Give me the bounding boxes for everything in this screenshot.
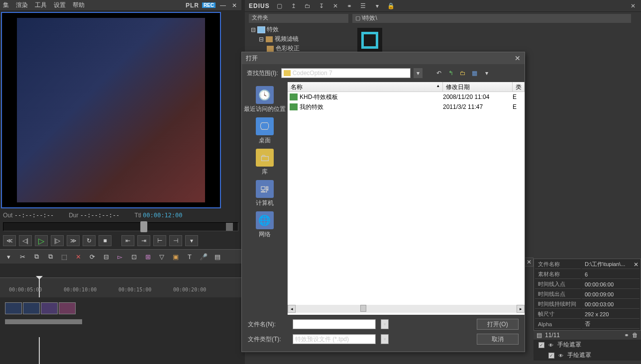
group-icon[interactable]: ▣ — [170, 252, 181, 262]
layer-row[interactable]: ✓ 手绘遮罩 — [534, 350, 641, 361]
filename-input[interactable] — [293, 319, 376, 329]
folder-icon[interactable]: 🗀 — [304, 2, 312, 10]
clip[interactable] — [5, 302, 22, 314]
list-icon[interactable]: ☰ — [359, 2, 367, 10]
more-button[interactable]: ▾ — [185, 235, 198, 246]
copy-icon[interactable]: ⧉ — [31, 252, 42, 262]
marker-icon[interactable]: ▽ — [156, 252, 167, 262]
menu-settings[interactable]: 设置 — [54, 1, 66, 9]
scroll-thumb[interactable] — [360, 305, 366, 312]
filetype-dropdown[interactable]: ▾ — [381, 334, 389, 344]
up-button[interactable]: ↰ — [446, 69, 455, 78]
delete-icon[interactable]: ✕ — [73, 252, 84, 262]
menu-help[interactable]: 帮助 — [73, 1, 85, 9]
file-list-header[interactable]: 名称▴ 修改日期 类 — [288, 82, 525, 92]
step-back-button[interactable]: ◁| — [19, 235, 32, 246]
col-date[interactable]: 修改日期 — [443, 82, 513, 91]
visibility-checkbox[interactable]: ✓ — [548, 353, 554, 359]
col-name[interactable]: 名称▴ — [288, 82, 443, 91]
file-row[interactable]: 我的特效 2011/3/2 11:47 E — [288, 102, 525, 112]
close-icon[interactable]: ✕ — [634, 261, 639, 268]
insert-icon[interactable]: ⊞ — [142, 252, 153, 262]
text-icon[interactable]: T — [184, 252, 195, 262]
visibility-checkbox[interactable]: ✓ — [538, 342, 544, 348]
loop-button[interactable]: ↻ — [83, 235, 96, 246]
clip[interactable] — [41, 302, 58, 314]
timeline-ruler[interactable]: 00:00:05:00 00:00:10:00 00:00:15:00 00:0… — [0, 277, 241, 297]
rewind-button[interactable]: ≪ — [3, 235, 16, 246]
prop-icon[interactable]: ▾ — [373, 2, 381, 10]
scrub-end[interactable] — [226, 223, 233, 231]
filetype-input[interactable]: 特效预设文件 (*.tpd) — [293, 334, 376, 344]
audio-track[interactable] — [5, 319, 82, 324]
tree-toggle[interactable]: ⊟ — [251, 26, 256, 33]
place-library[interactable]: 🗀库 — [256, 149, 274, 176]
track-area[interactable] — [0, 297, 241, 337]
replace-icon[interactable]: ⬚ — [59, 252, 70, 262]
scroll-left[interactable]: ◂ — [288, 305, 296, 313]
view-button[interactable]: ▦ — [470, 69, 479, 78]
newfolder-button[interactable]: 🗀 — [458, 69, 467, 78]
close-button[interactable]: ✕ — [230, 2, 238, 9]
back-button[interactable]: ↶ — [434, 69, 443, 78]
new-icon[interactable]: ▢ — [276, 2, 284, 10]
menu-capture[interactable]: 集 — [3, 1, 9, 9]
place-computer[interactable]: 🖳计算机 — [256, 180, 274, 207]
ffwd-button[interactable]: ≫ — [67, 235, 80, 246]
title-icon[interactable]: ⊡ — [128, 252, 139, 262]
transition-icon[interactable]: ▻ — [114, 252, 125, 262]
dialog-close-button[interactable]: ✕ — [515, 54, 521, 62]
prev-edit-button[interactable]: ⊢ — [153, 235, 166, 246]
file-list[interactable]: 名称▴ 修改日期 类 KHD-特效模板 2008/11/20 11:04 E 我… — [288, 82, 525, 315]
eye-icon[interactable] — [548, 342, 553, 349]
clip[interactable] — [59, 302, 76, 314]
horizontal-scrollbar[interactable]: ◂ ▸ — [288, 305, 525, 313]
split-icon[interactable]: ⊟ — [101, 252, 111, 262]
dialog-titlebar[interactable]: 打开 ✕ — [242, 52, 525, 64]
next-edit-button[interactable]: ⊣ — [169, 235, 182, 246]
minimize-button[interactable]: — — [218, 2, 227, 9]
panel-close-icon[interactable]: ✕ — [629, 2, 637, 10]
lock-icon[interactable]: 🔒 — [387, 2, 395, 10]
tree-label[interactable]: 特效 — [267, 25, 279, 34]
place-network[interactable]: 🌐网络 — [256, 211, 274, 239]
delete-icon[interactable]: ✕ — [331, 2, 339, 10]
tree-label[interactable]: 视频滤镜 — [275, 35, 299, 43]
cancel-button[interactable]: 取消 — [477, 334, 519, 345]
effect-thumbnail[interactable] — [357, 28, 382, 53]
import-icon[interactable]: ↧ — [318, 2, 325, 10]
layer-row[interactable]: ✓ 手绘遮罩 — [534, 340, 641, 350]
eye-icon[interactable] — [558, 352, 563, 359]
play-button[interactable]: ▷ — [35, 235, 48, 246]
clip[interactable] — [23, 302, 40, 314]
panel-close-button[interactable]: ✕ — [525, 258, 534, 267]
menu-tools[interactable]: 工具 — [35, 1, 47, 9]
filename-dropdown[interactable]: ▾ — [381, 319, 389, 329]
link-icon[interactable]: ⚭ — [624, 332, 629, 339]
file-row[interactable]: KHD-特效模板 2008/11/20 11:04 E — [288, 92, 525, 102]
place-desktop[interactable]: 🖵桌面 — [256, 117, 274, 145]
export-icon[interactable]: ▤ — [212, 252, 223, 262]
lookin-dropdown[interactable]: ▾ — [414, 68, 423, 78]
audio-icon[interactable]: 🎤 — [198, 252, 209, 262]
dropdown-icon[interactable]: ▾ — [3, 252, 14, 262]
menu-render[interactable]: 渲染 — [16, 1, 28, 9]
link-icon[interactable]: ⚭ — [345, 2, 353, 10]
view-dropdown[interactable]: ▾ — [482, 69, 491, 78]
mark-in-button[interactable]: ⇤ — [121, 235, 134, 246]
scroll-right[interactable]: ▸ — [517, 305, 525, 313]
step-fwd-button[interactable]: |▷ — [51, 235, 64, 246]
place-recent[interactable]: 🕓最近访问的位置 — [244, 86, 286, 113]
stop-button[interactable]: ■ — [99, 235, 111, 246]
tree-toggle[interactable]: ⊟ — [259, 36, 264, 43]
col-type[interactable]: 类 — [513, 82, 525, 91]
ripple-icon[interactable]: ⟳ — [87, 252, 98, 262]
cut-icon[interactable]: ✂ — [17, 252, 28, 262]
up-icon[interactable]: ↥ — [290, 2, 298, 10]
scrub-bar[interactable] — [3, 222, 238, 231]
video-preview[interactable] — [1, 12, 221, 208]
mark-out-button[interactable]: ⇥ — [137, 235, 150, 246]
scrub-handle[interactable] — [140, 221, 147, 232]
paste-icon[interactable]: ⧉ — [45, 252, 56, 262]
lookin-combo[interactable]: CodecOption 7 — [281, 68, 411, 78]
